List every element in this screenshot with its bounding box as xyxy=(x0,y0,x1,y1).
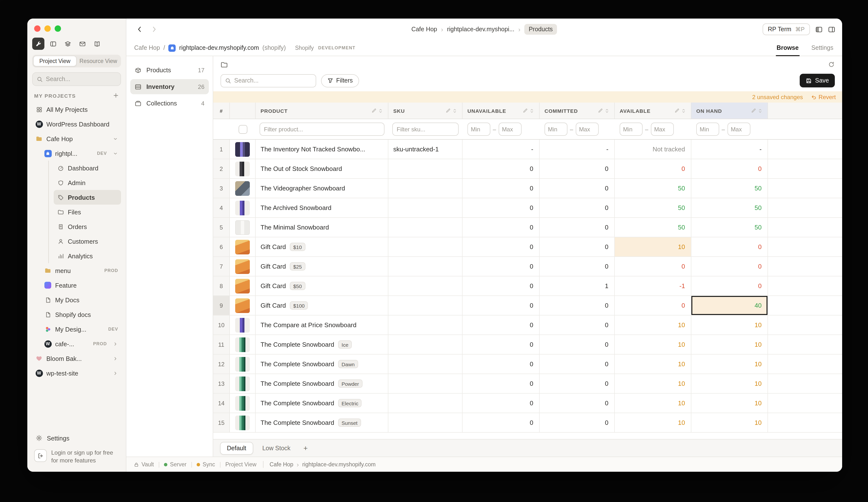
committed-cell[interactable]: 0 xyxy=(540,237,615,257)
login-prompt[interactable]: Login or sign up for free for more featu… xyxy=(32,445,121,466)
sku-cell[interactable] xyxy=(389,335,463,354)
row-number[interactable]: 3 xyxy=(213,179,230,198)
product-name-cell[interactable]: The Compare at Price Snowboard xyxy=(256,315,389,334)
sidebar-item-wp-test-site[interactable]: Wwp-test-site xyxy=(32,366,121,380)
filters-button[interactable]: Filters xyxy=(321,74,359,87)
unavailable-cell[interactable]: 0 xyxy=(463,198,540,217)
sync-status[interactable]: Sync xyxy=(197,461,215,467)
filter-product-input[interactable] xyxy=(260,123,384,136)
product-name-cell[interactable]: The Out of Stock Snowboard xyxy=(256,159,389,178)
edit-column-icon[interactable] xyxy=(598,108,603,113)
tab-settings[interactable]: Settings xyxy=(810,40,834,56)
unavailable-cell[interactable]: 0 xyxy=(463,257,540,276)
sort-column-icon[interactable] xyxy=(452,108,457,113)
status-breadcrumb-project[interactable]: Cafe Hop xyxy=(270,461,293,467)
committed-cell[interactable]: - xyxy=(540,140,615,159)
unavailable-cell[interactable]: 0 xyxy=(463,315,540,334)
resource-view-tab[interactable]: Resource View xyxy=(76,56,120,67)
project-view-tab[interactable]: Project View xyxy=(33,56,76,67)
sidebar-item-shopify-docs[interactable]: Shopify docs xyxy=(41,307,121,322)
sort-column-icon[interactable] xyxy=(681,108,686,113)
onhand-cell[interactable]: 50 xyxy=(691,198,768,217)
close-button[interactable] xyxy=(34,26,41,32)
unavailable-cell[interactable]: 0 xyxy=(463,218,540,237)
sidebar-item-files[interactable]: Files xyxy=(54,204,121,219)
status-breadcrumb-site[interactable]: rightplace-dev.myshopify.com xyxy=(302,461,376,467)
row-number[interactable]: 8 xyxy=(213,277,230,295)
product-name-cell[interactable]: The Complete SnowboardSunset xyxy=(256,413,389,432)
column-header-committed[interactable]: COMMITTED xyxy=(540,102,615,119)
breadcrumb-current[interactable]: Products xyxy=(524,24,557,35)
committed-cell[interactable]: 0 xyxy=(540,257,615,276)
row-number[interactable]: 13 xyxy=(213,374,230,393)
product-name-cell[interactable]: The Complete SnowboardDawn xyxy=(256,354,389,374)
filter-committed-max-input[interactable] xyxy=(576,123,598,136)
edit-column-icon[interactable] xyxy=(523,108,528,113)
column-header-onhand[interactable]: ON HAND xyxy=(691,102,768,119)
view-tab-default[interactable]: Default xyxy=(220,442,253,454)
edit-column-icon[interactable] xyxy=(445,108,451,113)
sidebar-item-orders[interactable]: Orders xyxy=(54,219,121,234)
unavailable-cell[interactable]: - xyxy=(463,140,540,159)
vault-status[interactable]: Vault xyxy=(134,461,154,467)
available-cell[interactable]: 0 xyxy=(615,159,691,178)
sidebar-item-wordpress-dashboard[interactable]: WWordPress Dashboard xyxy=(32,117,121,131)
product-name-cell[interactable]: The Videographer Snowboard xyxy=(256,179,389,198)
breadcrumb-site[interactable]: rightplace-dev.myshopi... xyxy=(447,26,514,33)
available-cell[interactable]: 10 xyxy=(615,374,691,393)
wrench-icon[interactable] xyxy=(32,38,44,50)
unavailable-cell[interactable]: 0 xyxy=(463,335,540,354)
sku-cell[interactable] xyxy=(389,257,463,276)
sku-cell[interactable] xyxy=(389,277,463,295)
column-header-product[interactable]: PRODUCT xyxy=(256,102,389,119)
available-cell[interactable]: 10 xyxy=(615,315,691,334)
row-number[interactable]: 7 xyxy=(213,257,230,276)
toggle-right-panel-icon[interactable] xyxy=(828,26,835,33)
unavailable-cell[interactable]: 0 xyxy=(463,159,540,178)
sku-cell[interactable] xyxy=(389,237,463,257)
library-icon[interactable] xyxy=(91,38,103,50)
committed-cell[interactable]: 0 xyxy=(540,315,615,334)
sidebar-item-bloom-bak[interactable]: Bloom Bak... xyxy=(32,351,121,366)
panel-item-inventory[interactable]: Inventory26 xyxy=(130,79,209,94)
product-name-cell[interactable]: The Inventory Not Tracked Snowbo... xyxy=(256,140,389,159)
available-cell[interactable]: 10 xyxy=(615,335,691,354)
back-button[interactable] xyxy=(133,23,146,36)
sidebar-item-my-desig[interactable]: My Desig...DEV xyxy=(41,322,121,337)
product-name-cell[interactable]: Gift Card$25 xyxy=(256,257,389,276)
onhand-cell[interactable]: 50 xyxy=(691,218,768,237)
unavailable-cell[interactable]: 0 xyxy=(463,374,540,393)
row-number[interactable]: 6 xyxy=(213,237,230,257)
sort-column-icon[interactable] xyxy=(604,108,609,113)
terminal-button[interactable]: RP Term ⌘P xyxy=(762,23,810,35)
committed-cell[interactable]: 0 xyxy=(540,159,615,178)
product-name-cell[interactable]: The Complete SnowboardElectric xyxy=(256,394,389,413)
unavailable-cell[interactable]: 0 xyxy=(463,354,540,374)
filter-sku-input[interactable] xyxy=(392,123,459,136)
sidebar-item-cafe[interactable]: Wcafe-...PROD xyxy=(41,337,121,351)
edit-column-icon[interactable] xyxy=(751,108,756,113)
sku-cell[interactable] xyxy=(389,159,463,178)
row-number[interactable]: 9 xyxy=(213,296,230,315)
refresh-icon[interactable] xyxy=(828,61,835,68)
committed-cell[interactable]: 0 xyxy=(540,354,615,374)
committed-cell[interactable]: 0 xyxy=(540,413,615,432)
onhand-cell[interactable]: 10 xyxy=(691,315,768,334)
filter-unavailable-min-input[interactable] xyxy=(467,123,490,136)
available-cell[interactable]: 0 xyxy=(615,257,691,276)
onhand-cell[interactable]: 0 xyxy=(691,159,768,178)
edit-column-icon[interactable] xyxy=(674,108,680,113)
add-view-tab-button[interactable]: + xyxy=(300,442,311,454)
onhand-cell[interactable]: - xyxy=(691,140,768,159)
view-tab-low-stock[interactable]: Low Stock xyxy=(256,442,297,454)
sku-cell[interactable] xyxy=(389,413,463,432)
row-number[interactable]: 2 xyxy=(213,159,230,178)
minimize-button[interactable] xyxy=(44,26,51,32)
table-search[interactable] xyxy=(220,74,316,87)
row-number[interactable]: 5 xyxy=(213,218,230,237)
filter-available-max-input[interactable] xyxy=(651,123,674,136)
tab-browse[interactable]: Browse xyxy=(776,40,799,56)
filter-committed-min-input[interactable] xyxy=(545,123,567,136)
available-cell[interactable]: Not tracked xyxy=(615,140,691,159)
committed-cell[interactable]: 0 xyxy=(540,374,615,393)
